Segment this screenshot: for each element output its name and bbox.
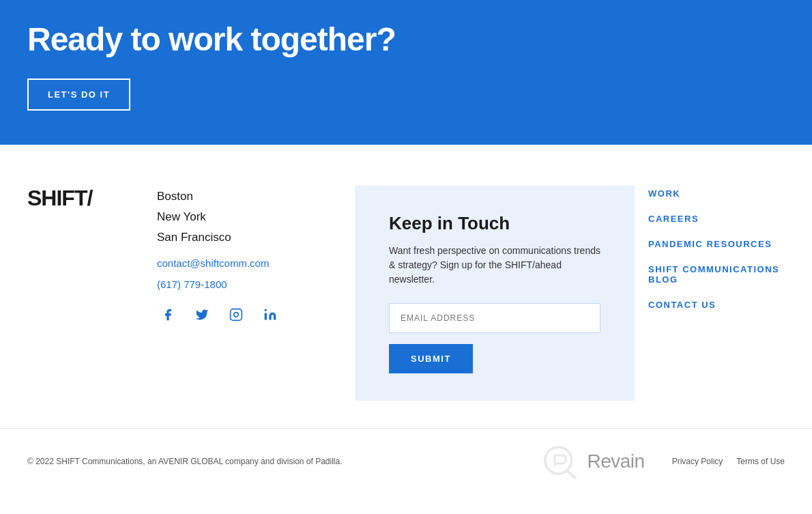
email-link[interactable]: contact@shiftcomm.com: [157, 257, 328, 269]
privacy-policy-link[interactable]: Privacy Policy: [672, 457, 723, 466]
twitter-icon[interactable]: [191, 304, 213, 326]
revain-icon: [540, 441, 581, 482]
phone-link[interactable]: (617) 779-1800: [157, 279, 328, 290]
nav-link-pandemic-resources[interactable]: PANDEMIC RESOURCES: [648, 239, 785, 249]
footer-legal-links: Privacy Policy Terms of Use: [672, 457, 785, 466]
city-new-york: New York: [157, 209, 328, 225]
footer-address-column: Boston New York San Francisco contact@sh…: [157, 186, 328, 326]
social-icons-row: [157, 304, 328, 326]
footer-bottom-right: Revain Privacy Policy Terms of Use: [540, 441, 785, 482]
instagram-icon[interactable]: [225, 304, 247, 326]
city-san-francisco: San Francisco: [157, 229, 328, 246]
linkedin-icon[interactable]: [259, 304, 281, 326]
hero-section: Ready to work together? LET'S DO IT: [0, 0, 812, 145]
footer-logo-column: SHIFT/: [27, 186, 157, 225]
submit-button[interactable]: SUBMIT: [389, 344, 473, 373]
newsletter-box: Keep in Touch Want fresh perspective on …: [355, 186, 635, 401]
newsletter-title: Keep in Touch: [389, 213, 600, 234]
footer-bottom-bar: © 2022 SHIFT Communications, an AVENIR G…: [0, 428, 812, 494]
revain-logo: Revain: [540, 441, 644, 482]
footer-newsletter-column: Keep in Touch Want fresh perspective on …: [328, 186, 635, 401]
copyright-text: © 2022 SHIFT Communications, an AVENIR G…: [27, 457, 343, 466]
nav-link-careers[interactable]: CAREERS: [648, 214, 785, 224]
lets-do-it-button[interactable]: LET'S DO IT: [27, 78, 130, 111]
revain-text: Revain: [587, 451, 644, 472]
svg-rect-2: [265, 313, 267, 320]
nav-link-contact-us[interactable]: CONTACT US: [648, 300, 785, 310]
hero-title: Ready to work together?: [27, 20, 785, 58]
footer-main: SHIFT/ Boston New York San Francisco con…: [0, 145, 812, 428]
city-boston: Boston: [157, 188, 328, 205]
site-logo[interactable]: SHIFT/: [27, 186, 157, 211]
newsletter-description: Want fresh perspective on communications…: [389, 244, 600, 287]
email-input[interactable]: [389, 303, 600, 333]
footer-nav-column: WORK CAREERS PANDEMIC RESOURCES SHIFT CO…: [635, 186, 785, 325]
svg-point-3: [265, 309, 267, 311]
nav-link-blog[interactable]: SHIFT COMMUNICATIONS BLOG: [648, 264, 785, 285]
facebook-icon[interactable]: [157, 304, 179, 326]
terms-of-use-link[interactable]: Terms of Use: [736, 457, 785, 466]
nav-link-work[interactable]: WORK: [648, 188, 785, 199]
svg-rect-0: [231, 309, 242, 321]
